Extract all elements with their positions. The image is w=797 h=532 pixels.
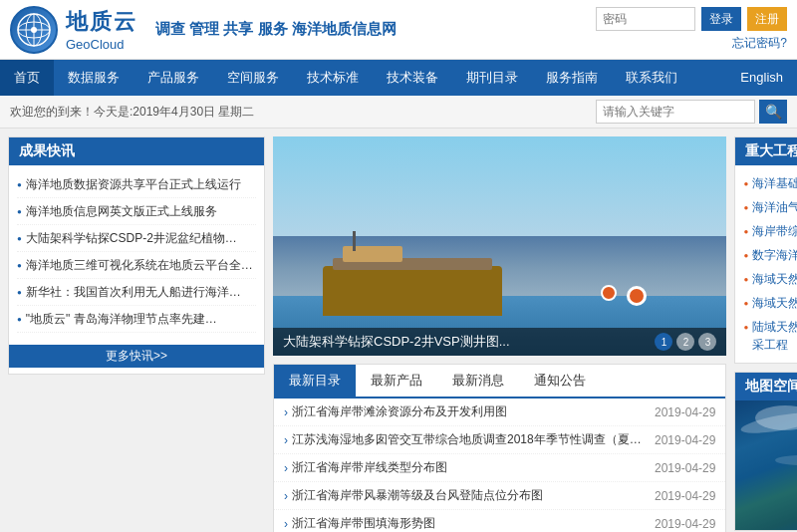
svg-point-5 [31, 27, 37, 33]
project-item[interactable]: 海域天然气水合物资源试采工程 [743, 291, 797, 315]
slide-dots: 1 2 3 [655, 333, 716, 351]
nav-item-space[interactable]: 空间服务 [213, 60, 293, 96]
search-input[interactable] [596, 100, 755, 124]
logo-en: GeoCloud [66, 37, 137, 52]
nav-item-product[interactable]: 产品服务 [133, 60, 213, 96]
news-item[interactable]: 海洋地质三维可视化系统在地质云平台全… [17, 252, 256, 279]
project-item[interactable]: 数字海洋地质工程 [743, 243, 797, 267]
tab-content: 浙江省海岸带滩涂资源分布及开发利用图2019-04-29 江苏浅海湿地多囱管交互… [274, 399, 725, 532]
project-item[interactable]: 陆域天然气水合物资源调查与试采工程 [743, 315, 797, 357]
forgot-password-link[interactable]: 忘记密码? [732, 35, 787, 52]
login-button[interactable]: 登录 [701, 7, 741, 31]
list-item[interactable]: 浙江省海岸带滩涂资源分布及开发利用图2019-04-29 [274, 399, 725, 426]
logo-text: 地质云 GeoCloud [66, 7, 137, 52]
project-list: 海洋基础地质调查工程 海洋油气资源调查工程 海岸带综合地质调查工程 数字海洋地质… [735, 165, 797, 363]
logo-area: 地质云 GeoCloud 调查 管理 共享 服务 海洋地质信息网 [10, 6, 397, 54]
list-item[interactable]: 浙江省海岸带风暴潮等级及台风登陆点位分布图2019-04-29 [274, 482, 725, 510]
nav-item-tech-equip[interactable]: 技术装备 [373, 60, 452, 96]
nav-english[interactable]: English [726, 60, 797, 96]
tab-notice[interactable]: 通知公告 [519, 365, 601, 397]
news-item[interactable]: 大陆架科学钻探CSDP-2井泥盆纪植物… [17, 225, 256, 252]
project-item[interactable]: 海域天然气水合物资源勘查工程 [743, 267, 797, 291]
right-column: 重大工程 海洋基础地质调查工程 海洋油气资源调查工程 海岸带综合地质调查工程 数… [734, 136, 797, 532]
middle-column: 大陆架科学钻探CSDP-2井VSP测井图... 1 2 3 最新目录 最新产品 … [273, 136, 726, 532]
search-bar: 🔍 [596, 100, 787, 124]
list-item[interactable]: 浙江省海岸带岸线类型分布图2019-04-29 [274, 454, 725, 482]
welcome-text: 欢迎您的到来！今天是:2019年4月30日 星期二 [10, 104, 254, 121]
slide-dot-2[interactable]: 2 [676, 333, 694, 351]
news-item[interactable]: "地质云" 青岛海洋物理节点率先建… [17, 306, 256, 333]
tabs-section: 最新目录 最新产品 最新消息 通知公告 浙江省海岸带滩涂资源分布及开发利用图20… [273, 364, 726, 532]
tabs-header: 最新目录 最新产品 最新消息 通知公告 [274, 365, 725, 399]
password-input[interactable] [596, 7, 695, 31]
nav-item-journal[interactable]: 期刊目录 [452, 60, 532, 96]
project-item[interactable]: 海岸带综合地质调查工程 [743, 219, 797, 243]
major-projects-header: 重大工程 [735, 137, 797, 165]
left-column: 成果快讯 海洋地质数据资源共享平台正式上线运行 海洋地质信息网英文版正式上线服务… [8, 136, 265, 532]
slide-caption: 大陆架科学钻探CSDP-2井VSP测井图... 1 2 3 [273, 328, 726, 356]
tab-latest-news[interactable]: 最新消息 [437, 365, 519, 397]
tab-latest-catalog[interactable]: 最新目录 [274, 365, 356, 397]
news-section: 成果快讯 海洋地质数据资源共享平台正式上线运行 海洋地质信息网英文版正式上线服务… [8, 136, 265, 375]
project-item[interactable]: 海洋基础地质调查工程 [743, 171, 797, 195]
slideshow: 大陆架科学钻探CSDP-2井VSP测井图... 1 2 3 [273, 136, 726, 356]
nav-item-home[interactable]: 首页 [0, 60, 54, 96]
nav-item-contact[interactable]: 联系我们 [612, 60, 691, 96]
header-links: 忘记密码? [732, 35, 787, 52]
register-button[interactable]: 注册 [747, 7, 787, 31]
major-projects-section: 重大工程 海洋基础地质调查工程 海洋油气资源调查工程 海岸带综合地质调查工程 数… [734, 136, 797, 364]
logo-icon [10, 6, 58, 54]
project-item[interactable]: 海洋油气资源调查工程 [743, 195, 797, 219]
tagline: 调查 管理 共享 服务 海洋地质信息网 [155, 20, 397, 39]
news-item[interactable]: 新华社：我国首次利用无人船进行海洋… [17, 279, 256, 306]
header: 地质云 GeoCloud 调查 管理 共享 服务 海洋地质信息网 登录 注册 忘… [0, 0, 797, 60]
more-news-button[interactable]: 更多快讯>> [9, 345, 264, 368]
nav-item-data[interactable]: 数据服务 [54, 60, 133, 96]
news-item[interactable]: 海洋地质数据资源共享平台正式上线运行 [17, 171, 256, 198]
nav-item-tech-standard[interactable]: 技术标准 [293, 60, 373, 96]
main-content: 成果快讯 海洋地质数据资源共享平台正式上线运行 海洋地质信息网英文版正式上线服务… [0, 129, 797, 532]
nav: 首页 数据服务 产品服务 空间服务 技术标准 技术装备 期刊目录 服务指南 联系… [0, 60, 797, 96]
slide-dot-3[interactable]: 3 [698, 333, 716, 351]
news-list: 海洋地质数据资源共享平台正式上线运行 海洋地质信息网英文版正式上线服务 大陆架科… [9, 165, 264, 339]
search-button[interactable]: 🔍 [759, 100, 787, 124]
list-item[interactable]: 浙江省海岸带围填海形势图2019-04-29 [274, 510, 725, 532]
map-image[interactable] [735, 400, 797, 530]
news-header: 成果快讯 [9, 137, 264, 165]
tab-list: 浙江省海岸带滩涂资源分布及开发利用图2019-04-29 江苏浅海湿地多囱管交互… [274, 399, 725, 532]
list-item[interactable]: 江苏浅海湿地多囱管交互带综合地质调查2018年季节性调查（夏季取样）2019-0… [274, 426, 725, 454]
info-bar: 欢迎您的到来！今天是:2019年4月30日 星期二 🔍 [0, 96, 797, 129]
news-item[interactable]: 海洋地质信息网英文版正式上线服务 [17, 198, 256, 225]
nav-item-service[interactable]: 服务指南 [532, 60, 612, 96]
header-inputs: 登录 注册 [596, 7, 787, 31]
slide-dot-1[interactable]: 1 [655, 333, 672, 351]
ship-body [323, 266, 502, 316]
slide-caption-text: 大陆架科学钻探CSDP-2井VSP测井图... [283, 333, 510, 351]
logo-cn: 地质云 [66, 7, 137, 37]
header-right: 登录 注册 忘记密码? [596, 7, 787, 52]
map-section-header: 地图空间查询 [735, 373, 797, 400]
slide-image [273, 136, 726, 356]
tab-latest-product[interactable]: 最新产品 [356, 365, 437, 397]
map-section: 地图空间查询 [734, 372, 797, 531]
